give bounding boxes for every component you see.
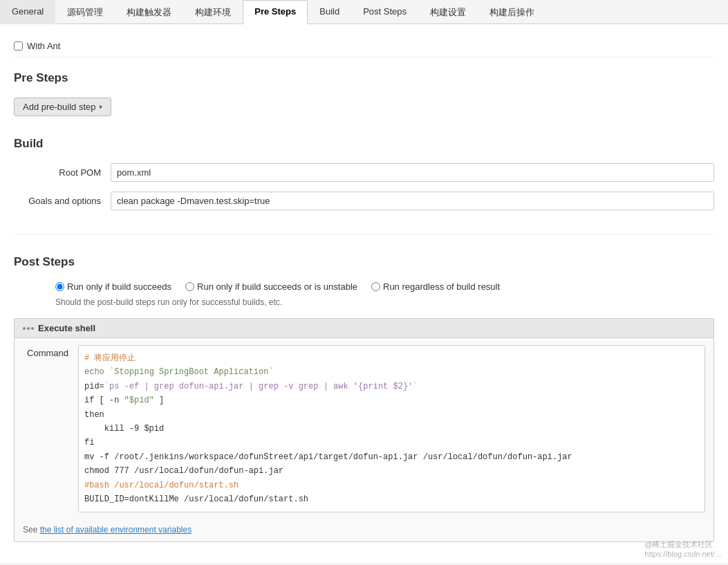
code-line-9: chmod 777 /usr/local/dofun/dofun-api.jar <box>84 466 283 476</box>
code-line-4: if [ -n "$pid" ] <box>84 396 164 405</box>
pre-steps-section: Pre Steps Add pre-build step ▾ <box>14 71 714 116</box>
add-btn-label: Add pre-build step <box>23 102 96 112</box>
tab-trigger[interactable]: 构建触发器 <box>115 0 183 24</box>
code-line-2: echo `Stopping SpringBoot Application` <box>84 367 274 377</box>
tab-env[interactable]: 构建环境 <box>183 0 243 24</box>
goals-row: Goals and options <box>14 192 714 210</box>
build-title: Build <box>14 137 714 154</box>
see-text: See <box>23 525 40 535</box>
code-line-3: pid=`ps -ef | grep dofun-api.jar | grep … <box>84 382 418 391</box>
see-link-row: See the list of available environment va… <box>15 519 713 541</box>
radio-group: Run only if build succeeds Run only if b… <box>55 281 714 292</box>
root-pom-row: Root POM <box>14 163 714 182</box>
tab-poststeps[interactable]: Post Steps <box>351 0 418 24</box>
root-pom-input[interactable] <box>111 163 714 182</box>
with-ant-checkbox[interactable] <box>14 41 23 50</box>
build-section: Build Root POM Goals and options <box>14 137 714 234</box>
dropdown-arrow-icon: ▾ <box>99 103 102 111</box>
with-ant-label: With Ant <box>27 41 60 51</box>
radio-always-label: Run regardless of build result <box>383 281 500 292</box>
shell-dot-2 <box>27 327 30 330</box>
main-content: With Ant Pre Steps Add pre-build step ▾ … <box>0 24 728 564</box>
tab-source[interactable]: 源码管理 <box>55 0 115 24</box>
tab-presteps[interactable]: Pre Steps <box>243 0 308 24</box>
command-code-block[interactable]: # 将应用停止 echo `Stopping SpringBoot Applic… <box>78 345 705 512</box>
code-line-8: mv -f /root/.jenkins/workspace/dofunStre… <box>84 452 572 462</box>
tab-postbuild[interactable]: 构建后操作 <box>478 0 546 24</box>
command-row: Command # 将应用停止 echo `Stopping SpringBoo… <box>15 338 713 519</box>
radio-unstable-label: Run only if build succeeds or is unstabl… <box>197 281 357 292</box>
with-ant-row: With Ant <box>14 35 714 57</box>
radio-always[interactable] <box>371 282 380 291</box>
code-line-1: # 将应用停止 <box>84 353 136 363</box>
radio-unstable[interactable] <box>185 282 194 291</box>
tab-bar: General 源码管理 构建触发器 构建环境 Pre Steps Build … <box>0 0 728 24</box>
code-line-6: kill -9 $pid <box>84 424 164 434</box>
command-label: Command <box>23 345 78 512</box>
code-line-11: BUILD_ID=dontKillMe /usr/local/dofun/sta… <box>84 494 308 504</box>
add-pre-build-step-button[interactable]: Add pre-build step ▾ <box>14 98 111 116</box>
code-line-10: #bash /usr/local/dofun/start.sh <box>84 481 239 490</box>
radio-description: Should the post-build steps run only for… <box>55 297 714 307</box>
tab-settings[interactable]: 构建设置 <box>418 0 478 24</box>
execute-shell-header: Execute shell <box>15 319 713 338</box>
radio-option-unstable[interactable]: Run only if build succeeds or is unstabl… <box>185 281 357 292</box>
env-vars-link[interactable]: the list of available environment variab… <box>40 525 192 535</box>
post-steps-title: Post Steps <box>14 255 714 272</box>
radio-success-label: Run only if build succeeds <box>67 281 171 292</box>
goals-input[interactable] <box>111 192 714 210</box>
pre-steps-title: Pre Steps <box>14 71 714 88</box>
tab-build[interactable]: Build <box>308 0 351 24</box>
shell-dot-3 <box>31 327 34 330</box>
post-steps-section: Post Steps Run only if build succeeds Ru… <box>14 255 714 542</box>
radio-option-success[interactable]: Run only if build succeeds <box>55 281 171 292</box>
execute-shell-title: Execute shell <box>38 323 95 333</box>
execute-shell-block: Execute shell Command # 将应用停止 echo `Stop… <box>14 318 714 542</box>
radio-success[interactable] <box>55 282 64 291</box>
goals-label: Goals and options <box>14 196 111 206</box>
radio-option-always[interactable]: Run regardless of build result <box>371 281 500 292</box>
code-line-7: fi <box>84 438 94 447</box>
shell-dots <box>23 327 34 330</box>
tab-general[interactable]: General <box>0 0 55 24</box>
shell-dot-1 <box>23 327 26 330</box>
code-line-5: then <box>84 410 104 420</box>
root-pom-label: Root POM <box>14 167 111 178</box>
